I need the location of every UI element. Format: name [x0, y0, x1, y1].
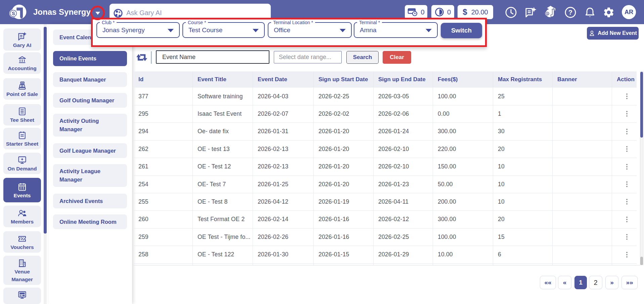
svg-text:?: ?	[568, 9, 572, 16]
svg-text:S: S	[12, 10, 15, 16]
svg-text:S: S	[546, 12, 549, 15]
